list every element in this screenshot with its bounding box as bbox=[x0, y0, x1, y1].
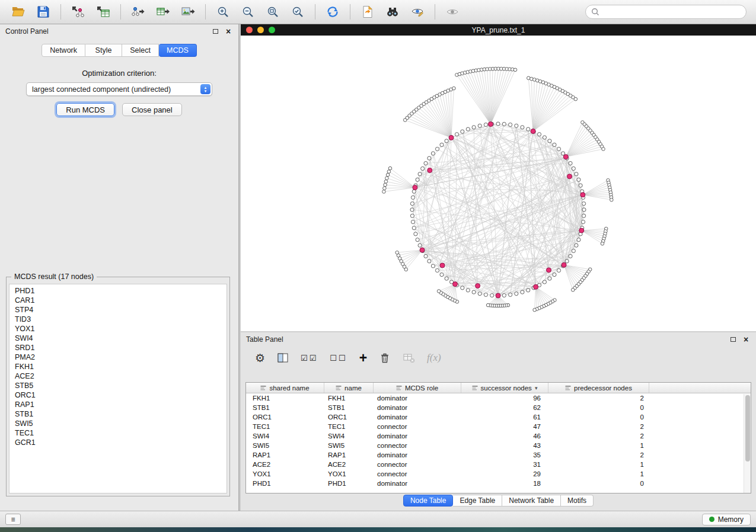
tab-style[interactable]: Style bbox=[85, 44, 122, 57]
mcds-result-item[interactable]: YOX1 bbox=[15, 324, 227, 334]
float-table-panel-button[interactable] bbox=[728, 335, 738, 344]
cell-predecessor-nodes: 1 bbox=[548, 461, 649, 468]
export-image-button[interactable] bbox=[176, 2, 200, 22]
mcds-result-item[interactable]: PMA2 bbox=[15, 352, 227, 362]
zoom-out-button[interactable] bbox=[235, 2, 260, 22]
table-row[interactable]: SWI4SWI4dominator462 bbox=[246, 431, 751, 441]
network-graph[interactable] bbox=[241, 36, 756, 331]
table-row[interactable]: ORC1ORC1dominator610 bbox=[246, 412, 751, 422]
export-image-icon bbox=[181, 5, 195, 18]
save-button[interactable] bbox=[31, 2, 56, 22]
table-row[interactable]: ACE2ACE2connector311 bbox=[246, 460, 751, 469]
delete-column-icon[interactable] bbox=[379, 352, 391, 364]
table-row[interactable]: STB1STB1dominator620 bbox=[246, 403, 751, 412]
mcds-result-item[interactable]: SWI4 bbox=[15, 334, 227, 343]
table-scrollbar[interactable] bbox=[744, 394, 751, 493]
float-panel-button[interactable] bbox=[210, 27, 220, 36]
cell-predecessor-nodes: 2 bbox=[548, 451, 649, 459]
mcds-result-item[interactable]: SRD1 bbox=[15, 343, 227, 352]
zoom-in-button[interactable] bbox=[210, 2, 235, 22]
table-row[interactable]: RAP1RAP1dominator352 bbox=[246, 450, 751, 460]
task-history-button[interactable]: ≡ bbox=[5, 514, 21, 525]
network-window-titlebar[interactable]: YPA_prune.txt_1 bbox=[241, 24, 756, 36]
cell-shared-name: TEC1 bbox=[246, 423, 324, 430]
column-attribute-icon bbox=[472, 385, 478, 391]
cell-predecessor-nodes: 0 bbox=[548, 404, 649, 411]
tab-motifs[interactable]: Motifs bbox=[561, 495, 594, 507]
mcds-result-item[interactable]: SWI5 bbox=[15, 419, 227, 428]
main-toolbar bbox=[0, 0, 756, 24]
mcds-result-item[interactable]: TID3 bbox=[15, 315, 227, 324]
deselect-all-icon[interactable]: ☐☐ bbox=[330, 354, 347, 363]
refresh-button[interactable] bbox=[320, 2, 345, 22]
table-row[interactable]: TEC1TEC1connector472 bbox=[246, 422, 751, 431]
close-panel-action-button[interactable]: Close panel bbox=[122, 103, 182, 116]
table-body: FKH1FKH1dominator962STB1STB1dominator620… bbox=[246, 393, 751, 488]
annotate-view-button[interactable] bbox=[405, 2, 430, 22]
function-builder-icon[interactable]: f(x) bbox=[427, 352, 441, 364]
mcds-result-item[interactable]: FKH1 bbox=[15, 362, 227, 371]
tab-network-table[interactable]: Network Table bbox=[502, 495, 561, 507]
table-row[interactable]: PHD1PHD1dominator180 bbox=[246, 479, 751, 488]
cell-predecessor-nodes: 0 bbox=[548, 480, 649, 487]
sort-caret-icon: ▾ bbox=[535, 385, 538, 391]
close-table-panel-button[interactable]: × bbox=[741, 335, 751, 344]
mcds-result-item[interactable]: STB1 bbox=[15, 409, 227, 419]
mcds-result-item[interactable]: ACE2 bbox=[15, 371, 227, 381]
tab-edge-table[interactable]: Edge Table bbox=[453, 495, 502, 507]
close-window-icon[interactable] bbox=[246, 27, 253, 33]
minimize-window-icon[interactable] bbox=[257, 27, 264, 33]
tab-mcds[interactable]: MCDS bbox=[159, 44, 197, 57]
scrollbar-thumb[interactable] bbox=[745, 395, 750, 462]
column-header-successor-nodes[interactable]: successor nodes▾ bbox=[461, 383, 548, 393]
column-selector-icon[interactable] bbox=[277, 352, 289, 364]
column-header-predecessor-nodes[interactable]: predecessor nodes bbox=[548, 383, 649, 393]
select-all-icon[interactable]: ☑☑ bbox=[301, 354, 318, 363]
mcds-result-item[interactable]: CAR1 bbox=[15, 296, 227, 305]
zoom-window-icon[interactable] bbox=[269, 27, 275, 33]
search-box[interactable] bbox=[585, 5, 747, 19]
cell-shared-name: PHD1 bbox=[246, 480, 324, 487]
memory-button[interactable]: Memory bbox=[702, 514, 751, 525]
mcds-result-item[interactable]: STB5 bbox=[15, 381, 227, 390]
network-window-title: YPA_prune.txt_1 bbox=[241, 26, 756, 34]
tab-network[interactable]: Network bbox=[42, 44, 85, 57]
export-network-button[interactable] bbox=[126, 2, 151, 22]
cell-successor-nodes: 35 bbox=[461, 451, 548, 459]
zoom-fit-button[interactable] bbox=[260, 2, 285, 22]
column-header-mcds-role[interactable]: MCDS role bbox=[374, 383, 461, 393]
close-panel-button[interactable]: × bbox=[224, 27, 233, 36]
column-header-shared-name[interactable]: shared name bbox=[246, 383, 324, 393]
zoom-selected-button[interactable] bbox=[285, 2, 310, 22]
cell-mcds-role: dominator bbox=[374, 414, 461, 421]
column-attribute-icon bbox=[336, 385, 342, 391]
table-row[interactable]: SWI5SWI5connector431 bbox=[246, 441, 751, 450]
tab-node-table[interactable]: Node Table bbox=[403, 495, 454, 507]
mcds-result-item[interactable]: TEC1 bbox=[15, 428, 227, 438]
delete-table-icon[interactable] bbox=[403, 352, 415, 364]
table-row[interactable]: YOX1YOX1connector291 bbox=[246, 469, 751, 479]
table-row[interactable]: FKH1FKH1dominator962 bbox=[246, 393, 751, 403]
search-network-button[interactable] bbox=[380, 2, 405, 22]
mcds-result-item[interactable]: PHD1 bbox=[15, 286, 227, 296]
mcds-result-item[interactable]: STP4 bbox=[15, 305, 227, 315]
open-file-button[interactable] bbox=[6, 2, 31, 22]
export-table-button[interactable] bbox=[151, 2, 176, 22]
tab-select[interactable]: Select bbox=[122, 44, 159, 57]
import-network-button[interactable] bbox=[66, 2, 91, 22]
criterion-select[interactable]: largest connected component (undirected)… bbox=[26, 82, 212, 96]
share-document-button[interactable] bbox=[355, 2, 380, 22]
search-input[interactable] bbox=[603, 8, 741, 16]
mcds-result-item[interactable]: GCR1 bbox=[15, 438, 227, 447]
cell-predecessor-nodes: 0 bbox=[548, 414, 649, 421]
network-canvas[interactable] bbox=[241, 36, 756, 331]
mcds-result-list[interactable]: PHD1CAR1STP4TID3YOX1SWI4SRD1PMA2FKH1ACE2… bbox=[9, 284, 227, 493]
mcds-result-item[interactable]: ORC1 bbox=[15, 390, 227, 400]
column-header-name[interactable]: name bbox=[324, 383, 374, 393]
table-settings-gear-icon[interactable]: ⚙ bbox=[255, 351, 265, 365]
mcds-result-item[interactable]: RAP1 bbox=[15, 400, 227, 409]
toggle-visibility-button[interactable] bbox=[440, 2, 465, 22]
run-mcds-button[interactable]: Run MCDS bbox=[56, 103, 114, 116]
add-column-icon[interactable]: + bbox=[359, 351, 367, 365]
import-table-button[interactable] bbox=[91, 2, 116, 22]
